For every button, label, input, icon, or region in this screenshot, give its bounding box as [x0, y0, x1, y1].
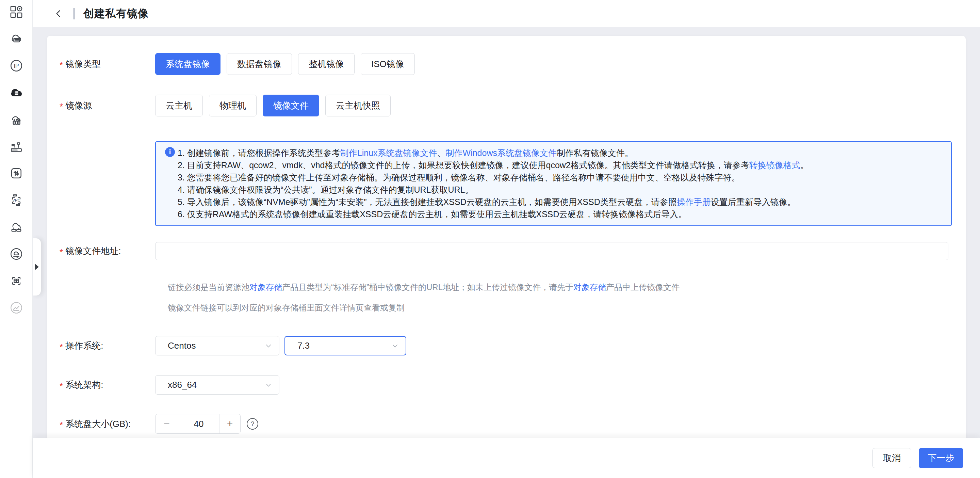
disk-size-row: * 系统盘大小(GB): − 40 + ?	[60, 414, 966, 434]
chevron-down-icon	[265, 342, 272, 350]
image-type-option-whole-machine[interactable]: 整机镜像	[298, 53, 355, 75]
cloud-gateway-icon[interactable]	[8, 219, 24, 235]
page-title: 创建私有镜像	[83, 6, 149, 21]
notice-text: 1. 创建镜像前，请您根据操作系统类型参考制作Linux系统盘镜像文件、制作Wi…	[156, 142, 951, 225]
url-hint-2: 镜像文件链接可以到对应的对象存储桶里面文件详情页查看或复制	[168, 303, 966, 312]
image-source-option-cloud-host[interactable]: 云主机	[155, 95, 203, 116]
security-icon[interactable]	[8, 300, 24, 315]
image-type-label: * 镜像类型	[60, 58, 155, 70]
decrement-button[interactable]: −	[156, 414, 178, 433]
os-label: * 操作系统:	[60, 340, 155, 352]
help-icon[interactable]: ?	[247, 418, 258, 430]
required-star: *	[60, 343, 63, 351]
image-file-url-label: * 镜像文件地址:	[60, 245, 155, 257]
footer-bar: 取消 下一步	[33, 438, 980, 478]
notice-line-4: 4. 请确保镜像文件权限设为“公共读”。通过对象存储文件的复制URL获取URL。	[178, 183, 943, 196]
ip-management-icon[interactable]: IP	[8, 58, 24, 73]
disk-size-label: * 系统盘大小(GB):	[60, 418, 155, 430]
disk-size-value[interactable]: 40	[178, 414, 220, 433]
network-device-icon[interactable]	[8, 139, 24, 154]
create-private-image-page: IP	[0, 0, 980, 478]
inline-link[interactable]: 转换镜像格式	[749, 160, 800, 170]
image-type-row: * 镜像类型 系统盘镜像 数据盘镜像 整机镜像 ISO镜像	[60, 53, 966, 75]
inline-link[interactable]: 操作手册	[677, 197, 711, 207]
cancel-button[interactable]: 取消	[872, 448, 911, 468]
os-version-value: 7.3	[298, 341, 310, 351]
required-star: *	[60, 248, 63, 257]
panel-expand-handle[interactable]	[33, 238, 41, 296]
image-file-url-input[interactable]	[155, 242, 948, 260]
back-button[interactable]	[52, 7, 65, 21]
cloud-disk-images-icon[interactable]	[8, 85, 24, 100]
increment-button[interactable]: +	[220, 414, 240, 433]
image-type-option-data-disk[interactable]: 数据盘镜像	[227, 53, 292, 75]
chevron-down-icon	[265, 381, 272, 389]
image-file-url-row: * 镜像文件地址:	[60, 242, 966, 260]
required-star: *	[60, 382, 63, 390]
image-type-options: 系统盘镜像 数据盘镜像 整机镜像 ISO镜像	[155, 53, 415, 75]
arch-label: * 系统架构:	[60, 379, 155, 391]
notice-line-6: 6. 仅支持RAW格式的系统盘镜像创建或重装挂载XSSD云硬盘的云主机，如需要使…	[178, 208, 943, 220]
form-card: * 镜像类型 系统盘镜像 数据盘镜像 整机镜像 ISO镜像 * 镜像源 云主机	[47, 36, 966, 448]
arch-row: * 系统架构: x86_64	[60, 375, 966, 395]
dashboard-icon[interactable]	[8, 4, 24, 20]
required-star: *	[60, 61, 63, 69]
main-area: * 镜像类型 系统盘镜像 数据盘镜像 整机镜像 ISO镜像 * 镜像源 云主机	[33, 27, 980, 478]
os-family-value: Centos	[168, 341, 196, 351]
required-star: *	[60, 421, 63, 429]
image-source-option-snapshot[interactable]: 云主机快照	[325, 95, 391, 116]
vpc-icon[interactable]: VPC	[8, 192, 24, 208]
inline-link[interactable]: 对象存储	[573, 283, 606, 292]
disk-size-stepper: − 40 +	[155, 414, 240, 434]
cloud-server-icon[interactable]	[8, 31, 24, 47]
next-button[interactable]: 下一步	[919, 448, 963, 468]
chevron-down-icon	[391, 342, 399, 350]
inline-link[interactable]: 对象存储	[250, 283, 282, 292]
cdn-icon[interactable]	[8, 246, 24, 262]
inline-link[interactable]: 制作Windows系统盘镜像文件	[446, 148, 557, 158]
notice-line-5: 5. 导入镜像后，该镜像“NVMe驱动”属性为“未安装”，无法直接创建挂载XSS…	[178, 196, 943, 208]
image-source-option-physical[interactable]: 物理机	[209, 95, 256, 116]
image-source-option-image-file[interactable]: 镜像文件	[263, 95, 319, 116]
page-header: 创建私有镜像	[33, 0, 980, 27]
dedicated-host-icon[interactable]	[8, 273, 24, 289]
os-version-select[interactable]: 7.3	[285, 336, 406, 355]
notice-line-1: 1. 创建镜像前，请您根据操作系统类型参考制作Linux系统盘镜像文件、制作Wi…	[178, 147, 943, 159]
inline-link[interactable]: 制作Linux系统盘镜像文件	[340, 148, 437, 158]
notice-row: i 1. 创建镜像前，请您根据操作系统类型参考制作Linux系统盘镜像文件、制作…	[60, 141, 966, 226]
url-hint-1: 链接必须是当前资源池对象存储产品且类型为“标准存储”桶中镜像文件的URL地址；如…	[168, 283, 966, 292]
info-icon: i	[165, 147, 175, 157]
arch-select[interactable]: x86_64	[155, 375, 279, 395]
expand-arrow-icon	[35, 264, 39, 270]
image-source-options: 云主机 物理机 镜像文件 云主机快照	[155, 95, 391, 116]
image-source-row: * 镜像源 云主机 物理机 镜像文件 云主机快照	[60, 95, 966, 116]
title-divider	[73, 8, 75, 19]
svg-text:VPC: VPC	[12, 198, 21, 202]
image-type-option-iso[interactable]: ISO镜像	[361, 53, 415, 75]
icon-sidebar: IP	[0, 0, 33, 478]
image-source-label: * 镜像源	[60, 100, 155, 112]
data-transfer-icon[interactable]	[8, 166, 24, 181]
required-star: *	[60, 102, 63, 111]
notice-line-3: 3. 您需要将您已准备好的镜像文件上传至对象存储桶。为确保过程顺利，镜像名称、对…	[178, 171, 943, 183]
arch-value: x86_64	[168, 379, 197, 390]
svg-text:IP: IP	[14, 63, 19, 69]
notice-line-2: 2. 目前支持RAW、qcow2、vmdk、vhd格式的镜像文件的上传，如果想要…	[178, 159, 943, 171]
os-row: * 操作系统: Centos 7.3	[60, 336, 966, 355]
cloud-cluster-icon[interactable]	[8, 112, 24, 127]
image-type-option-system-disk[interactable]: 系统盘镜像	[155, 53, 221, 75]
notice-box: i 1. 创建镜像前，请您根据操作系统类型参考制作Linux系统盘镜像文件、制作…	[155, 141, 952, 226]
os-family-select[interactable]: Centos	[155, 336, 279, 355]
